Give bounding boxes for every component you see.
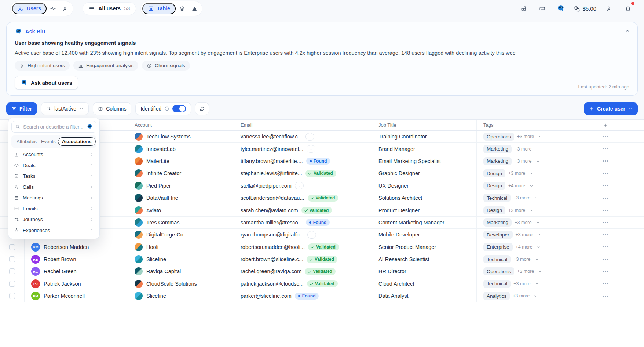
tags-cell[interactable]: Design +4 more [477,180,567,192]
chevron-down-icon[interactable] [535,282,539,286]
apps-button[interactable] [517,3,529,14]
blu-robot-icon[interactable] [87,124,93,130]
chevron-down-icon[interactable] [538,134,542,139]
account-cell[interactable]: MailerLite [128,155,234,167]
email-cell[interactable]: parker@sliceline.com Found [234,290,372,302]
add-column-button[interactable] [567,120,644,130]
tags-cell[interactable]: Analytics +3 more [477,290,567,302]
header-job-title[interactable]: Job Title [372,120,477,130]
email-cell[interactable]: rachel.green@raviga.com Validated [234,265,372,277]
add-person-button[interactable] [60,3,72,14]
row-actions-button[interactable] [603,259,608,260]
chevron-down-icon[interactable] [536,159,540,163]
tags-cell[interactable]: Technical +3 more [477,192,567,204]
account-cell[interactable]: CloudScale Solutions [128,278,234,290]
insight-chip[interactable]: High-intent users [15,61,70,71]
header-account[interactable]: Account [128,120,234,130]
row-actions-button[interactable] [603,222,608,223]
row-actions-button[interactable] [603,283,608,284]
shortcuts-button[interactable] [536,3,548,14]
row-actions-button[interactable] [603,148,608,149]
name-cell[interactable]: RM Robertson Madden [25,241,128,253]
tags-cell[interactable]: Developer +3 more [477,229,567,241]
table-row[interactable]: RG Rachel Green Raviga Capital rachel.gr… [0,265,644,278]
filter-association-item[interactable]: Accounts [11,149,96,160]
row-checkbox[interactable] [9,268,15,274]
header-tags[interactable]: Tags [477,120,567,130]
account-cell[interactable]: Sliceline [128,290,234,302]
blu-assistant-button[interactable] [555,3,567,14]
job-title-cell[interactable]: UX Designer [372,180,477,192]
tags-cell[interactable]: Technical +3 more [477,278,567,290]
chevron-down-icon[interactable] [537,245,541,249]
row-checkbox[interactable] [9,244,15,250]
collapse-panel-button[interactable] [625,28,630,35]
job-title-cell[interactable]: Graphic Designer [372,167,477,179]
header-email[interactable]: Email [234,120,372,130]
account-cell[interactable]: Hooli [128,241,234,253]
row-checkbox[interactable] [9,293,15,299]
sort-button[interactable]: lastActive [41,102,89,115]
job-title-cell[interactable]: Content Marketing Manager [372,217,477,228]
chevron-down-icon[interactable] [529,208,534,213]
tags-cell[interactable]: Marketing +3 more [477,143,567,155]
job-title-cell[interactable]: Email Marketing Specialist [372,155,477,167]
row-actions-button[interactable] [603,296,608,297]
create-user-button[interactable]: Create user [584,102,638,115]
filter-association-item[interactable]: Tasks [11,171,96,182]
tags-cell[interactable]: Enterprise +4 more [477,241,567,253]
account-cell[interactable]: TechFlow Systems [128,131,234,142]
row-actions-button[interactable] [603,271,608,272]
filter-association-item[interactable]: Journeys [11,214,96,225]
email-cell[interactable]: robert.brown@sliceline.c... Validated [234,253,372,265]
tags-cell[interactable]: Design +3 more [477,167,567,179]
chevron-down-icon[interactable] [536,220,540,225]
filter-button[interactable]: Filter [6,102,37,115]
job-title-cell[interactable]: Senior Product Manager [372,241,477,253]
filter-association-item[interactable]: Experiences [11,225,96,236]
row-checkbox[interactable] [9,256,15,262]
tab-users[interactable]: Users [12,3,47,14]
credits-balance[interactable]: $5.00 [574,6,596,12]
email-cell[interactable]: ryan.thompson@digitalfo... - [234,229,372,241]
layers-view-button[interactable] [176,3,188,14]
filter-association-item[interactable]: Deals [11,160,96,171]
activity-pulse-button[interactable] [47,3,59,14]
invite-user-button[interactable] [603,3,615,14]
email-cell[interactable]: stephanie.lewis@infinite... Validated [234,167,372,179]
tags-cell[interactable]: Technical +3 more [477,253,567,265]
email-cell[interactable]: tiffany.brown@mailerlite.... Found [234,155,372,167]
columns-button[interactable]: Columns [93,102,131,115]
email-cell[interactable]: tyler.martinez@innovatel... - [234,143,372,155]
chevron-down-icon[interactable] [534,294,538,298]
filter-association-item[interactable]: Calls [11,182,96,193]
filter-search-input[interactable] [23,124,84,130]
email-cell[interactable]: robertson.madden@hooli... Validated [234,241,372,253]
table-row[interactable]: RM Robertson Madden Hooli robertson.madd… [0,241,644,253]
name-cell[interactable]: RB Robert Brown [25,253,128,265]
account-cell[interactable]: DataVault Inc [128,192,234,204]
account-cell[interactable]: Aviato [128,204,234,216]
filter-tab[interactable]: Events [39,138,58,145]
table-row[interactable]: PJ Patrick Jackson CloudScale Solutions … [0,278,644,290]
filter-association-item[interactable]: Emails [11,203,96,214]
job-title-cell[interactable]: Brand Manager [372,143,477,155]
chevron-down-icon[interactable] [529,171,534,176]
tags-cell[interactable]: Marketing +3 more [477,217,567,228]
insight-chip[interactable]: Churn signals [142,61,190,71]
account-cell[interactable]: Tres Commas [128,217,234,228]
row-checkbox[interactable] [9,281,15,287]
email-cell[interactable]: sarah.chen@aviato.com Validated [234,204,372,216]
chevron-down-icon[interactable] [529,184,534,188]
identified-toggle[interactable] [172,105,186,112]
email-cell[interactable]: scott.anderson@datavau... Validated [234,192,372,204]
tab-table-view[interactable]: Table [142,3,176,14]
job-title-cell[interactable]: HR Director [372,265,477,277]
job-title-cell[interactable]: Product Designer [372,204,477,216]
name-cell[interactable]: RG Rachel Green [25,265,128,277]
name-cell[interactable]: PJ Patrick Jackson [25,278,128,290]
job-title-cell[interactable]: Cloud Architect [372,278,477,290]
table-row[interactable]: RB Robert Brown Sliceline robert.brown@s… [0,253,644,265]
email-cell[interactable]: samantha.miller@tresco... Found [234,217,372,228]
name-cell[interactable]: PM Parker Mcconnell [25,290,128,302]
